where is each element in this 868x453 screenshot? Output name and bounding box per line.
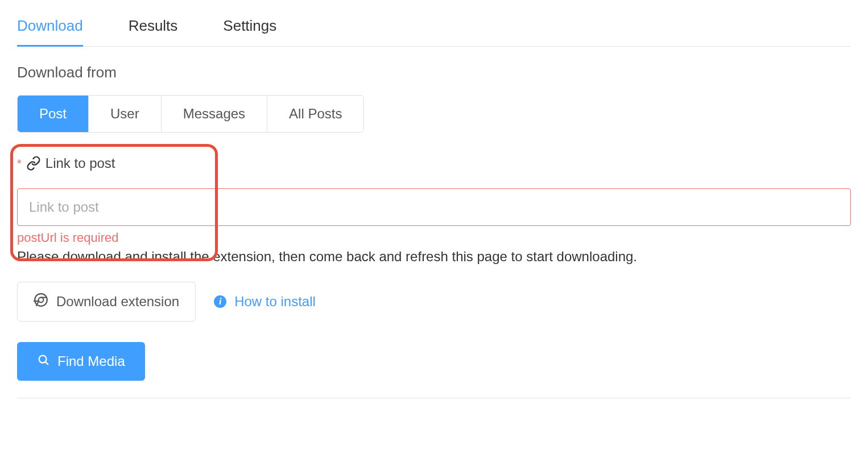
svg-line-3 xyxy=(46,362,48,365)
link-icon xyxy=(26,156,41,171)
bottom-divider xyxy=(17,398,851,398)
link-label-row: * Link to post xyxy=(17,155,851,171)
download-from-toggle: Post User Messages All Posts xyxy=(17,95,364,133)
error-message: postUrl is required xyxy=(17,230,851,245)
link-form: * Link to post postUrl is required xyxy=(17,155,851,245)
how-to-install-label: How to install xyxy=(234,294,316,310)
search-icon xyxy=(37,353,49,369)
info-icon: i xyxy=(214,295,226,308)
required-star: * xyxy=(17,157,22,170)
section-label: Download from xyxy=(17,64,851,81)
extension-actions: Download extension i How to install xyxy=(17,282,851,322)
how-to-install-link[interactable]: i How to install xyxy=(214,294,316,310)
main-tabs: Download Results Settings xyxy=(17,11,851,47)
find-media-button[interactable]: Find Media xyxy=(17,342,145,381)
find-media-label: Find Media xyxy=(57,353,125,369)
radio-post[interactable]: Post xyxy=(18,96,89,132)
link-input-wrapper xyxy=(17,188,851,226)
tab-download[interactable]: Download xyxy=(17,11,83,46)
radio-user[interactable]: User xyxy=(89,96,162,132)
instruction-text: Please download and install the extensio… xyxy=(17,249,851,265)
link-to-post-input[interactable] xyxy=(17,188,851,226)
radio-messages[interactable]: Messages xyxy=(162,96,267,132)
link-label-text: Link to post xyxy=(46,155,115,171)
radio-all-posts[interactable]: All Posts xyxy=(267,96,363,132)
download-extension-label: Download extension xyxy=(56,294,179,310)
svg-point-1 xyxy=(39,298,44,303)
tab-settings[interactable]: Settings xyxy=(223,11,276,46)
download-extension-button[interactable]: Download extension xyxy=(17,282,196,322)
chrome-icon xyxy=(34,293,48,311)
tab-results[interactable]: Results xyxy=(129,11,178,46)
